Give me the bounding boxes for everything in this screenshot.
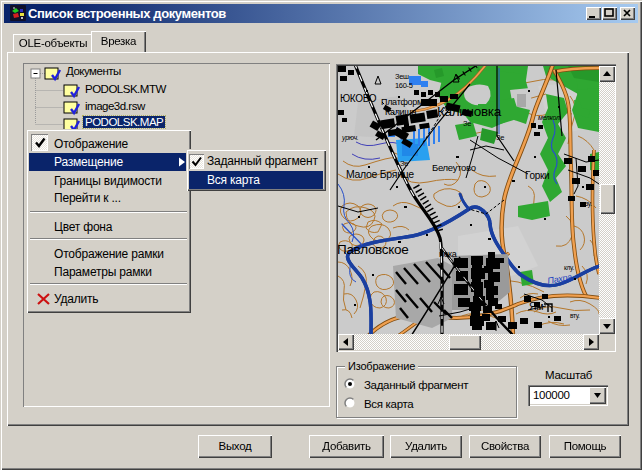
svg-text:Калиновка: Калиновка — [437, 104, 502, 119]
svg-text:Павловское: Павловское — [338, 242, 408, 257]
svg-text:урюч.: урюч. — [341, 134, 359, 142]
svg-text:клу.: клу. — [564, 264, 574, 272]
svg-text:160-5: 160-5 — [395, 81, 413, 90]
svg-text:Горки: Горки — [525, 170, 549, 181]
svg-text:иска: иска — [439, 249, 457, 259]
svg-text:Калища: Калища — [385, 107, 416, 117]
svg-text:азу.: азу. — [582, 200, 592, 208]
svg-text:Малое Брянце: Малое Брянце — [346, 168, 414, 180]
svg-text:мелкол.: мелкол. — [538, 114, 562, 121]
svg-text:вту.: вту. — [570, 312, 580, 320]
svg-text:Зеш: Зеш — [395, 72, 409, 81]
svg-text:Платформа: Платформа — [381, 97, 428, 107]
svg-text:Белеутово: Белеутово — [432, 162, 476, 173]
svg-text:Зе: Зе — [463, 119, 471, 128]
svg-text:Зе: Зе — [496, 133, 504, 142]
svg-text:Ям: Ям — [529, 300, 543, 312]
svg-text:ЮКОВО: ЮКОВО — [340, 93, 377, 104]
svg-text:Зе: Зе — [400, 159, 408, 168]
